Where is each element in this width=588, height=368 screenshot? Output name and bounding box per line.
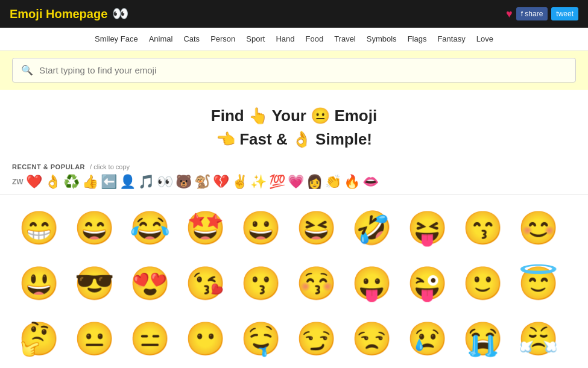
emoji-cell[interactable]: 😃 — [12, 257, 65, 310]
recent-emoji[interactable]: 👀 — [157, 174, 173, 190]
emoji-cell[interactable]: 😂 — [123, 201, 176, 254]
site-title[interactable]: Emoji Homepage — [10, 7, 107, 21]
emoji-cell[interactable]: 😜 — [400, 257, 454, 310]
emoji-cell[interactable]: 😄 — [68, 201, 121, 254]
recent-emoji[interactable]: 👍 — [82, 174, 98, 190]
emoji-cell[interactable]: 🙂 — [456, 257, 509, 310]
nav-item-travel[interactable]: Travel — [329, 33, 361, 45]
nav-item-person[interactable]: Person — [206, 33, 240, 45]
recent-emoji[interactable]: 👄 — [362, 174, 379, 190]
recent-emoji[interactable]: ❤️ — [26, 174, 42, 190]
emoji-cell[interactable]: 😒 — [345, 312, 398, 365]
emoji-cell[interactable]: 😍 — [123, 257, 176, 310]
nav-item-hand[interactable]: Hand — [271, 33, 299, 45]
nav-item-smiley-face[interactable]: Smiley Face — [90, 33, 143, 45]
recent-emoji[interactable]: ✨ — [250, 174, 267, 190]
recent-emojis-row: ZW❤️👌♻️👍⬅️👤🎵👀🐻🐒💔✌️✨💯💗👩👏🔥👄 — [0, 172, 588, 195]
recent-emoji[interactable]: 👩 — [306, 174, 323, 190]
nav-item-cats[interactable]: Cats — [179, 33, 204, 45]
recent-emoji[interactable]: 🐒 — [194, 174, 210, 190]
emoji-cell[interactable]: 😙 — [456, 201, 509, 254]
emoji-cell[interactable]: 😇 — [511, 257, 564, 310]
emoji-cell[interactable]: 🤩 — [179, 201, 232, 254]
search-input[interactable] — [39, 65, 567, 75]
nav-item-animal[interactable]: Animal — [144, 33, 178, 45]
recent-emoji[interactable]: 🔥 — [344, 174, 360, 190]
recent-zw-label: ZW — [12, 178, 24, 186]
hero-section: Find 👆 Your 😐 Emoji 👈 Fast & 👌 Simple! — [0, 90, 588, 161]
hero-line2: 👈 Fast & 👌 Simple! — [0, 128, 588, 151]
emoji-cell[interactable]: 😢 — [400, 312, 454, 365]
header: Emoji Homepage 👀 ♥ f share tweet — [0, 0, 588, 28]
emoji-cell[interactable]: 😆 — [289, 201, 343, 254]
nav-item-love[interactable]: Love — [472, 33, 498, 45]
hero-line1: Find 👆 Your 😐 Emoji — [0, 104, 588, 128]
recent-emoji[interactable]: 🎵 — [138, 174, 154, 190]
header-left: Emoji Homepage 👀 — [10, 6, 128, 22]
nav-item-flags[interactable]: Flags — [403, 33, 432, 45]
emoji-grid: 😁😄😂🤩😀😆🤣😝😙😊😃😎😍😘😗😚😛😜🙂😇🤔😐😑😶🤤😏😒😢😭😤😠😡🤬😈👿💀😴💤😪😵… — [0, 195, 588, 368]
search-icon: 🔍 — [21, 64, 33, 76]
nav-item-symbols[interactable]: Symbols — [362, 33, 402, 45]
recent-emoji[interactable]: 💗 — [288, 174, 304, 190]
emoji-cell[interactable]: 🤤 — [234, 312, 287, 365]
recent-emoji[interactable]: ♻️ — [63, 174, 80, 190]
nav-item-fantasy[interactable]: Fantasy — [432, 33, 470, 45]
emoji-cell[interactable]: 😐 — [68, 312, 121, 365]
emoji-cell[interactable]: 😏 — [289, 312, 343, 365]
recent-emoji[interactable]: 👤 — [119, 174, 136, 190]
emoji-cell[interactable]: 😗 — [234, 257, 287, 310]
header-right: ♥ f share tweet — [506, 7, 578, 20]
nav-bar: Smiley FaceAnimalCatsPersonSportHandFood… — [0, 28, 588, 51]
recent-emoji[interactable]: 👌 — [45, 174, 61, 190]
recent-emoji[interactable]: ⬅️ — [101, 174, 117, 190]
emoji-cell[interactable]: 😑 — [123, 312, 176, 365]
emoji-cell[interactable]: 😀 — [234, 201, 287, 254]
recent-emoji[interactable]: ✌️ — [232, 174, 248, 190]
emoji-cell[interactable]: 😊 — [511, 201, 564, 254]
nav-item-food[interactable]: Food — [300, 33, 328, 45]
recent-emoji[interactable]: 👏 — [325, 174, 341, 190]
emoji-cell[interactable]: 😶 — [179, 312, 232, 365]
eyes-icon: 👀 — [112, 6, 128, 22]
emoji-cell[interactable]: 😤 — [511, 312, 564, 365]
recent-label: RECENT & POPULAR — [12, 163, 85, 170]
recent-click-hint: / click to copy — [90, 163, 130, 170]
recent-emoji[interactable]: 💯 — [269, 174, 285, 190]
emoji-cell[interactable]: 🤣 — [345, 201, 398, 254]
emoji-cell[interactable]: 😛 — [345, 257, 398, 310]
search-container: 🔍 — [0, 51, 588, 90]
fb-share-button[interactable]: f share — [516, 7, 548, 20]
tweet-button[interactable]: tweet — [551, 7, 578, 20]
emoji-cell[interactable]: 😝 — [400, 201, 454, 254]
nav-item-sport[interactable]: Sport — [241, 33, 270, 45]
recent-emoji[interactable]: 💔 — [213, 174, 229, 190]
emoji-cell[interactable]: 😚 — [289, 257, 343, 310]
search-box: 🔍 — [12, 58, 576, 83]
heart-button[interactable]: ♥ — [506, 8, 513, 20]
emoji-cell[interactable]: 🤔 — [12, 312, 65, 365]
emoji-cell[interactable]: 😘 — [179, 257, 232, 310]
recent-emoji[interactable]: 🐻 — [175, 174, 192, 190]
emoji-cell[interactable]: 😎 — [68, 257, 121, 310]
recent-bar: RECENT & POPULAR / click to copy — [0, 161, 588, 172]
emoji-cell[interactable]: 😭 — [456, 312, 509, 365]
emoji-cell[interactable]: 😁 — [12, 201, 65, 254]
